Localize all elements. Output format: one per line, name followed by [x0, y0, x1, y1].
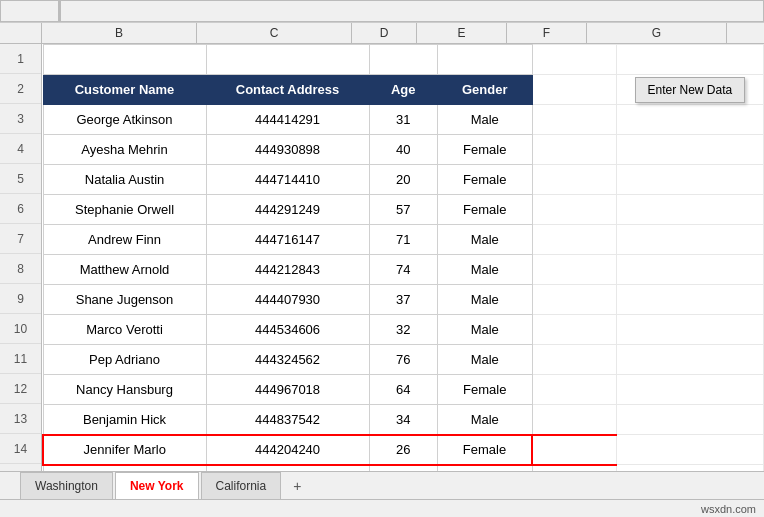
- header-address[interactable]: Contact Address: [206, 75, 369, 105]
- cell-f-10[interactable]: [532, 315, 616, 345]
- cell-address-12[interactable]: 444967018: [206, 375, 369, 405]
- cell-g-13[interactable]: [616, 405, 763, 435]
- cell-name-8[interactable]: Matthew Arnold: [43, 255, 206, 285]
- formula-content[interactable]: [60, 0, 764, 22]
- enter-new-data-button[interactable]: Enter New Data: [635, 77, 746, 103]
- col-header-b[interactable]: B: [42, 23, 197, 43]
- cell-address-13[interactable]: 444837542: [206, 405, 369, 435]
- cell-f-14[interactable]: [532, 435, 616, 465]
- cell-age-7[interactable]: 71: [369, 225, 437, 255]
- cell-age-13[interactable]: 34: [369, 405, 437, 435]
- cell-f-12[interactable]: [532, 375, 616, 405]
- cell-f-6[interactable]: [532, 195, 616, 225]
- cell-address-5[interactable]: 444714410: [206, 165, 369, 195]
- cell-g-14[interactable]: [616, 435, 763, 465]
- cell-age-3[interactable]: 31: [369, 105, 437, 135]
- cell-name-13[interactable]: Benjamin Hick: [43, 405, 206, 435]
- cell-g-6[interactable]: [616, 195, 763, 225]
- header-gender[interactable]: Gender: [437, 75, 532, 105]
- cell-name-4[interactable]: Ayesha Mehrin: [43, 135, 206, 165]
- cell-gender-3[interactable]: Male: [437, 105, 532, 135]
- cell-address-8[interactable]: 444212843: [206, 255, 369, 285]
- cell-address-14[interactable]: 444204240: [206, 435, 369, 465]
- col-header-d[interactable]: D: [352, 23, 417, 43]
- cell-age-10[interactable]: 32: [369, 315, 437, 345]
- cell-gender-4[interactable]: Female: [437, 135, 532, 165]
- cell-e15[interactable]: [437, 465, 532, 472]
- tab-washington[interactable]: Washington: [20, 472, 113, 499]
- cell-f-5[interactable]: [532, 165, 616, 195]
- cell-c15[interactable]: [206, 465, 369, 472]
- cell-age-9[interactable]: 37: [369, 285, 437, 315]
- cell-address-4[interactable]: 444930898: [206, 135, 369, 165]
- cell-gender-5[interactable]: Female: [437, 165, 532, 195]
- cell-age-11[interactable]: 76: [369, 345, 437, 375]
- cell-f-8[interactable]: [532, 255, 616, 285]
- cell-d15[interactable]: [369, 465, 437, 472]
- cell-name-3[interactable]: George Atkinson: [43, 105, 206, 135]
- cell-g-4[interactable]: [616, 135, 763, 165]
- col-header-e[interactable]: E: [417, 23, 507, 43]
- cell-gender-11[interactable]: Male: [437, 345, 532, 375]
- col-header-g[interactable]: G: [587, 23, 727, 43]
- cell-f-3[interactable]: [532, 105, 616, 135]
- cell-f-11[interactable]: [532, 345, 616, 375]
- cell-age-5[interactable]: 20: [369, 165, 437, 195]
- tab-add-button[interactable]: +: [283, 472, 311, 499]
- cell-d1[interactable]: [369, 45, 437, 75]
- cell-g15[interactable]: [616, 465, 763, 472]
- cell-address-7[interactable]: 444716147: [206, 225, 369, 255]
- tab-california[interactable]: California: [201, 472, 282, 499]
- cell-g-12[interactable]: [616, 375, 763, 405]
- header-name[interactable]: Customer Name: [43, 75, 206, 105]
- cell-name-9[interactable]: Shane Jugenson: [43, 285, 206, 315]
- cell-f-9[interactable]: [532, 285, 616, 315]
- cell-b15[interactable]: [43, 465, 206, 472]
- cell-f15[interactable]: [532, 465, 616, 472]
- cell-g-11[interactable]: [616, 345, 763, 375]
- cell-name-10[interactable]: Marco Verotti: [43, 315, 206, 345]
- header-age[interactable]: Age: [369, 75, 437, 105]
- cell-g-3[interactable]: [616, 105, 763, 135]
- cell-name-6[interactable]: Stephanie Orwell: [43, 195, 206, 225]
- cell-f1[interactable]: [532, 45, 616, 75]
- cell-name-7[interactable]: Andrew Finn: [43, 225, 206, 255]
- cell-gender-10[interactable]: Male: [437, 315, 532, 345]
- cell-g-5[interactable]: [616, 165, 763, 195]
- cell-g-10[interactable]: [616, 315, 763, 345]
- cell-address-9[interactable]: 444407930: [206, 285, 369, 315]
- cell-age-6[interactable]: 57: [369, 195, 437, 225]
- cell-gender-7[interactable]: Male: [437, 225, 532, 255]
- cell-b1[interactable]: [43, 45, 206, 75]
- cell-age-8[interactable]: 74: [369, 255, 437, 285]
- cell-name-11[interactable]: Pep Adriano: [43, 345, 206, 375]
- cell-f-7[interactable]: [532, 225, 616, 255]
- cell-address-11[interactable]: 444324562: [206, 345, 369, 375]
- cell-address-6[interactable]: 444291249: [206, 195, 369, 225]
- cell-f-4[interactable]: [532, 135, 616, 165]
- cell-gender-9[interactable]: Male: [437, 285, 532, 315]
- cell-g-9[interactable]: [616, 285, 763, 315]
- cell-gender-13[interactable]: Male: [437, 405, 532, 435]
- cell-gender-14[interactable]: Female: [437, 435, 532, 465]
- cell-c1[interactable]: [206, 45, 369, 75]
- cell-g-7[interactable]: [616, 225, 763, 255]
- cell-e1[interactable]: [437, 45, 532, 75]
- cell-address-10[interactable]: 444534606: [206, 315, 369, 345]
- cell-age-4[interactable]: 40: [369, 135, 437, 165]
- cell-f-13[interactable]: [532, 405, 616, 435]
- cell-gender-8[interactable]: Male: [437, 255, 532, 285]
- cell-g-8[interactable]: [616, 255, 763, 285]
- tab-new-york[interactable]: New York: [115, 472, 199, 499]
- cell-age-14[interactable]: 26: [369, 435, 437, 465]
- cell-name-14[interactable]: Jennifer Marlo: [43, 435, 206, 465]
- col-header-f[interactable]: F: [507, 23, 587, 43]
- cell-name-5[interactable]: Natalia Austin: [43, 165, 206, 195]
- cell-age-12[interactable]: 64: [369, 375, 437, 405]
- cell-gender-12[interactable]: Female: [437, 375, 532, 405]
- cell-address-3[interactable]: 444414291: [206, 105, 369, 135]
- cell-g1[interactable]: [616, 45, 763, 75]
- cell-name-12[interactable]: Nancy Hansburg: [43, 375, 206, 405]
- cell-gender-6[interactable]: Female: [437, 195, 532, 225]
- col-header-c[interactable]: C: [197, 23, 352, 43]
